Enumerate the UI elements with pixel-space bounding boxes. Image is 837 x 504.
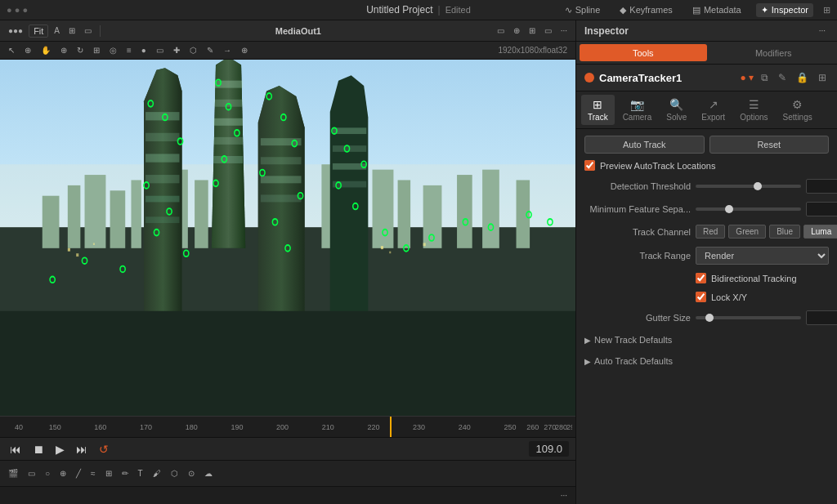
track-icon: ⊞ [593, 98, 602, 111]
svg-rect-17 [517, 180, 530, 248]
min-feature-sepa-value[interactable]: 0.0346 [806, 202, 837, 216]
toolbar-view-btn[interactable]: ▭ [81, 25, 95, 37]
subtab-solve[interactable]: 🔍 Solve [660, 95, 693, 125]
tool-poly[interactable]: ⬡ [186, 44, 200, 56]
subtab-settings[interactable]: ⚙ Settings [777, 95, 819, 125]
gutter-size-value[interactable]: 1.0 [806, 310, 837, 325]
track-range-select[interactable]: Render Global Custom [696, 247, 829, 265]
nav-inspector[interactable]: ✦ Inspector [756, 3, 813, 17]
ruler-marker-270: 270 [544, 423, 556, 431]
tool-move[interactable]: ⊕ [57, 44, 70, 56]
tool-rect[interactable]: ▭ [153, 44, 167, 56]
bt-circle-btn[interactable]: ○ [42, 467, 53, 479]
svg-point-52 [163, 114, 168, 121]
svg-point-68 [272, 219, 277, 225]
more-options-icon[interactable]: ⊞ [823, 5, 830, 16]
tb-monitor-btn[interactable]: ▭ [494, 25, 508, 37]
bt-fx-btn[interactable]: ☁ [201, 467, 216, 479]
subtab-options[interactable]: ☰ Options [733, 95, 774, 125]
min-feature-sepa-slider[interactable] [696, 207, 801, 211]
node-header: CameraTracker1 ● ▾ ⧉ ✎ 🔒 ⊞ [576, 65, 837, 91]
toolbar-a-btn[interactable]: A [51, 25, 63, 37]
tool-circle[interactable]: ● [138, 44, 150, 56]
tool-track[interactable]: ⊕ [238, 44, 251, 56]
new-track-defaults-row[interactable]: ▶ New Track Defaults [584, 332, 829, 348]
extra-more-btn[interactable]: ··· [557, 489, 571, 502]
tool-pan[interactable]: ✋ [38, 44, 54, 56]
bt-line-btn[interactable]: ╱ [73, 467, 84, 479]
node-lock-btn[interactable]: 🔒 [794, 71, 811, 84]
go-start-btn[interactable]: ⏮ [7, 441, 25, 457]
inspector-title: Inspector [584, 25, 629, 37]
tool-arrow[interactable]: → [220, 44, 235, 56]
bt-text-btn[interactable]: T [135, 467, 146, 479]
nav-metadata[interactable]: ▤ Metadata [687, 3, 746, 17]
tb-crop-btn[interactable]: ▭ [541, 25, 555, 37]
bt-3d-btn[interactable]: ⬡ [168, 467, 181, 479]
go-end-btn[interactable]: ⏭ [73, 441, 91, 457]
tool-select[interactable]: ↖ [5, 44, 18, 56]
track-channel-buttons: Red Green Blue Luma [696, 225, 837, 239]
detection-threshold-value[interactable]: 2.282 [806, 179, 837, 194]
tb-more-btn[interactable]: ··· [557, 25, 571, 37]
bt-grid-btn[interactable]: ⊞ [102, 467, 115, 479]
tool-pen[interactable]: ✎ [204, 44, 217, 56]
svg-rect-3 [43, 196, 60, 248]
bt-media-btn[interactable]: 🎬 [5, 467, 21, 479]
tool-extra3[interactable]: ≡ [123, 44, 135, 56]
bt-comp-btn[interactable]: ⊙ [185, 467, 198, 479]
fit-label[interactable]: Fit [29, 25, 48, 38]
preview-autotrack-checkbox[interactable] [584, 160, 595, 171]
node-more-btn[interactable]: ⊞ [816, 71, 829, 84]
nav-spline[interactable]: ∿ Spline [560, 3, 606, 17]
lock-xy-checkbox[interactable] [696, 292, 706, 302]
subtab-track[interactable]: ⊞ Track [581, 95, 615, 125]
bt-node-btn[interactable]: ⊕ [56, 467, 69, 479]
loop-btn[interactable]: ↺ [96, 441, 112, 457]
bt-rect-btn[interactable]: ▭ [25, 467, 38, 479]
nav-keyframes[interactable]: ◆ Keyframes [615, 3, 678, 17]
stop-btn[interactable]: ⏹ [29, 441, 47, 457]
tool-rotate[interactable]: ↻ [74, 44, 87, 56]
node-copy-btn[interactable]: ⧉ [759, 71, 771, 84]
channel-green-btn[interactable]: Green [728, 225, 766, 239]
auto-track-defaults-row[interactable]: ▶ Auto Track Defaults [584, 353, 829, 369]
channel-red-btn[interactable]: Red [696, 225, 725, 239]
auto-track-btn[interactable]: Auto Track [584, 136, 705, 154]
options-icon: ☰ [749, 98, 759, 111]
bt-paint-btn[interactable]: 🖌 [150, 467, 164, 479]
bt-wave-btn[interactable]: ≈ [87, 467, 99, 479]
resolution-label: 1920x1080xfloat32 [498, 46, 571, 55]
channel-blue-btn[interactable]: Blue [769, 225, 800, 239]
bt-brush-btn[interactable]: ✏ [119, 467, 132, 479]
play-btn[interactable]: ▶ [52, 441, 68, 457]
bidirectional-tracking-checkbox[interactable] [696, 273, 706, 283]
svg-point-72 [361, 161, 366, 167]
detection-threshold-slider[interactable] [696, 185, 801, 188]
toolbar-dots-btn[interactable]: ●●● [5, 25, 26, 37]
reset-btn[interactable]: Reset [709, 136, 830, 154]
tool-zoom[interactable]: ⊕ [21, 44, 34, 56]
svg-rect-12 [373, 170, 394, 248]
inspector-more-btn[interactable]: ··· [816, 25, 829, 37]
tb-grid-btn[interactable]: ⊞ [526, 25, 539, 37]
svg-point-71 [344, 145, 349, 152]
ruler-marker-40: 40 [15, 423, 23, 431]
svg-marker-19 [144, 68, 182, 353]
subtab-camera[interactable]: 📷 Camera [616, 95, 659, 125]
tool-cross[interactable]: ✚ [170, 44, 183, 56]
node-pin-btn[interactable]: ✎ [776, 71, 789, 84]
channel-luma-btn[interactable]: Luma [803, 225, 837, 239]
playhead[interactable] [390, 417, 392, 438]
timeline-ruler[interactable]: 40 150 160 170 180 190 200 210 220 230 2… [0, 416, 575, 437]
track-range-label: Track Range [584, 251, 691, 261]
gutter-size-slider[interactable] [696, 316, 801, 319]
subtab-export[interactable]: ↗ Export [695, 95, 732, 125]
tab-tools[interactable]: Tools [580, 44, 707, 61]
tool-extra2[interactable]: ◎ [106, 44, 120, 56]
node-color-selector[interactable]: ● ▾ [740, 72, 754, 83]
tool-extra1[interactable]: ⊞ [90, 44, 103, 56]
tb-globe-btn[interactable]: ⊕ [510, 25, 523, 37]
toolbar-grid-btn[interactable]: ⊞ [65, 25, 78, 37]
tab-modifiers[interactable]: Modifiers [710, 42, 838, 64]
